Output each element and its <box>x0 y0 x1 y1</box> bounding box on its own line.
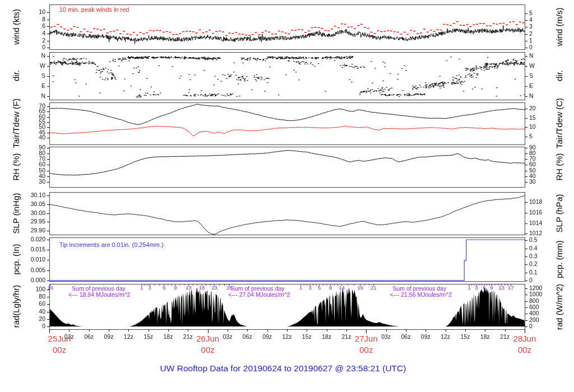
x-day-label: 28Jun00z <box>505 333 544 356</box>
x-tick-label: 06z <box>81 333 98 340</box>
y-axis-label-dir-left: dir. <box>11 70 21 81</box>
x-day-label: 26Jun00z <box>188 333 228 356</box>
x-tick-label: 12z <box>279 333 295 340</box>
x-tick-label: 06z <box>397 333 414 340</box>
y-axis-label-tair-right: Tair/Tdew (C) <box>554 98 564 148</box>
y-axis-label-rh-right: RH (%) <box>554 153 564 180</box>
y-axis-label-dir-right: dir. <box>554 70 564 81</box>
x-tick-label: 15z <box>298 333 315 340</box>
x-tick-label: 18z <box>476 333 493 340</box>
y-axis-label-wind-left: wind (kts) <box>11 9 21 45</box>
y-axis-label-slp-left: SLP (inHg) <box>11 193 21 234</box>
x-tick-label: 18z <box>160 333 177 340</box>
x-tick-label: 15z <box>457 333 474 340</box>
x-tick-label: 15z <box>140 333 157 340</box>
x-tick-label: 09z <box>417 333 434 340</box>
x-day-label: 25Jun00z <box>40 333 79 356</box>
x-tick-label: 09z <box>100 333 117 340</box>
y-axis-label-wind-right: wind (m/s) <box>554 7 564 46</box>
y-axis-label-rh-left: RH (%) <box>11 153 21 180</box>
x-tick-label: 12z <box>437 333 454 340</box>
x-tick-label: 12z <box>120 333 137 340</box>
y-axis-label-tair-left: Tair/Tdew (F) <box>11 99 21 148</box>
page-title: UW Rooftop Data for 20190624 to 20190627… <box>0 363 566 374</box>
y-axis-label-slp-right: SLP (hPa) <box>554 194 564 233</box>
x-tick-label: 06z <box>239 333 256 340</box>
x-tick-label: 09z <box>259 333 276 340</box>
x-tick-label: 18z <box>318 333 335 340</box>
x-day-label: 27Jun00z <box>346 333 386 356</box>
y-axis-label-pcp-right: pcp. (mm) <box>554 240 564 278</box>
y-axis-label-pcp-left: pcp. (In) <box>11 244 21 274</box>
y-axis-label-rad-left: rad(Lgly/hr) <box>11 285 21 328</box>
y-axis-label-rad-right: rad (W/m^2) <box>554 284 564 330</box>
weather-station-plot: wind (kts) dir. Tair/Tdew (F) RH (%) SLP… <box>0 0 574 392</box>
